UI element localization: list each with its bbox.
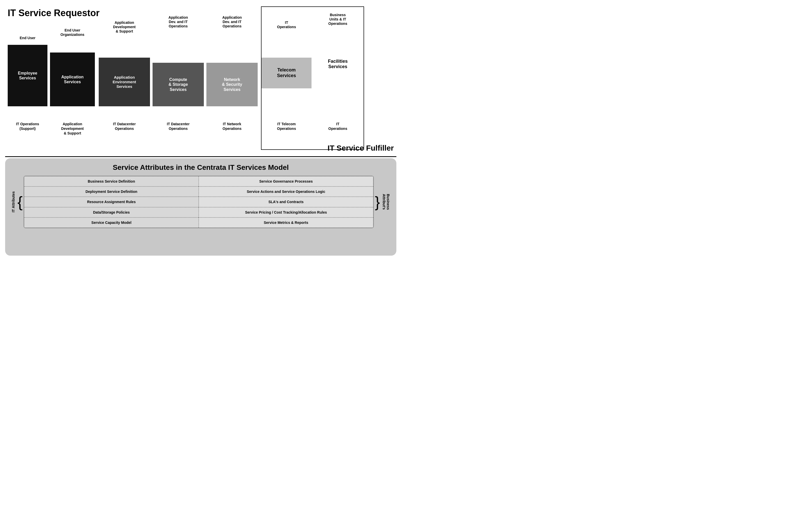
network-security-services-box: Network& SecurityServices	[206, 63, 258, 106]
attr-bsd: Business Service Definition	[24, 176, 199, 187]
facilities-services-box: FacilitiesServices	[314, 48, 362, 81]
compute-storage-services-box: Compute& StorageServices	[152, 63, 204, 106]
app-environment-services-box: ApplicationEnvironmentServices	[99, 58, 150, 106]
bottom-section: Service Attributes in the Centrata IT Se…	[5, 158, 396, 255]
col-header-appdevops1: ApplicationDev. and ITOperations	[152, 15, 204, 28]
top-section: IT Service Requestor End User End UserOr…	[5, 5, 396, 154]
col-header-appdevops2: ApplicationDev. and ITOperations	[206, 15, 258, 28]
col-header-enduser: End User	[8, 36, 48, 40]
bottom-telecom-ops: IT TelecomOperations	[261, 122, 311, 131]
attr-sla: SLA's and Contracts	[199, 197, 373, 207]
employee-services-box: EmployeeServices	[8, 45, 48, 106]
telecom-services-box: TelecomServices	[261, 58, 311, 88]
attr-saol: Service Actions and Service Operations L…	[199, 187, 373, 197]
right-brace: }	[374, 176, 381, 228]
bottom-title: Service Attributes in the Centrata IT Se…	[10, 164, 391, 172]
col-header-appdev: ApplicationDevelopment& Support	[99, 20, 150, 33]
col-header-enduser-orgs: End UserOrganizations	[50, 28, 95, 37]
attr-dsp: Data/Storage Policies	[24, 207, 199, 217]
attr-spctr: Service Pricing / Cost Tracking/Allocati…	[199, 207, 373, 217]
attr-rar: Resource Assignment Rules	[24, 197, 199, 207]
attr-sgp: Service Governance Processes	[199, 176, 373, 187]
bottom-appdev: ApplicationDevelopment& Support	[50, 122, 95, 136]
attributes-grid: Business Service Definition Service Gove…	[23, 176, 374, 228]
right-side-label: BusinessAttribut's	[381, 176, 391, 228]
attr-dsd: Deployment Service Definition	[24, 187, 199, 197]
col-header-itops: ITOperations	[261, 20, 311, 29]
application-services-box: ApplicationServices	[50, 53, 95, 106]
left-side-label: IT Attributes	[10, 176, 16, 228]
stacks-area: EmployeeServices ApplicationServices App…	[5, 45, 396, 119]
section-divider	[5, 156, 396, 157]
bottom-network-ops: IT NetworkOperations	[206, 122, 258, 131]
col-headers: End User End UserOrganizations Applicati…	[5, 5, 396, 46]
left-brace: {	[16, 176, 23, 228]
bottom-datacenter2: IT DatacenterOperations	[152, 122, 204, 131]
attr-smr: Service Metrics & Reports	[199, 217, 373, 228]
attr-scm: Service Capacity Model	[24, 217, 199, 228]
col-header-bizunits: BusinessUnits & ITOperations	[314, 13, 362, 25]
bottom-content: IT Attributes { Business Service Definit…	[10, 176, 391, 228]
fulfiller-label: IT Service Fulfiller	[328, 144, 394, 152]
bottom-datacenter1: IT DatacenterOperations	[99, 122, 150, 131]
bottom-itops-support: IT Operations(Support)	[8, 122, 48, 131]
bottom-it-operations: ITOperations	[314, 122, 362, 131]
